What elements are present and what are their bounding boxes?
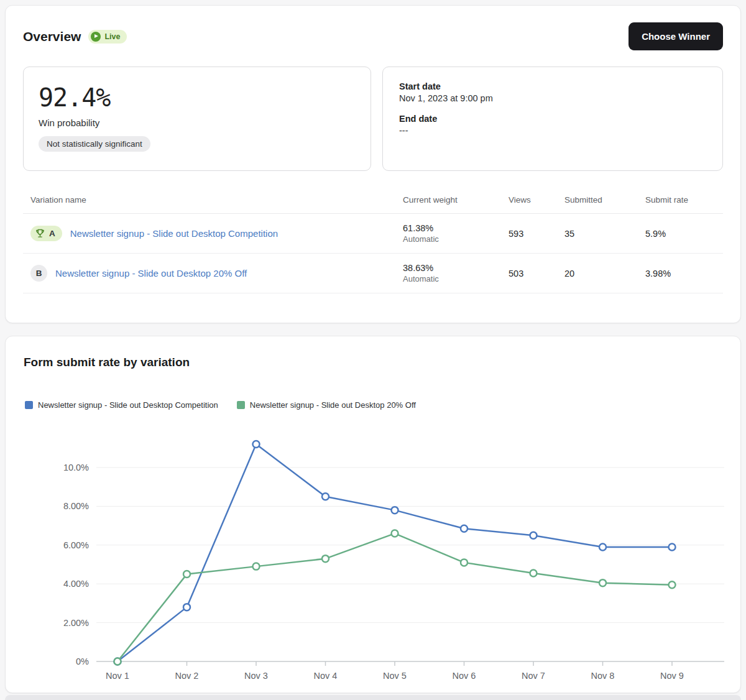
header-submitted: Submitted [564,195,645,205]
legend-item-variation-a: Newsletter signup - Slide out Desktop Co… [25,400,218,410]
legend-label: Newsletter signup - Slide out Desktop Co… [38,400,218,410]
variation-a-link[interactable]: Newsletter signup - Slide out Desktop Co… [70,228,278,239]
header-current-weight: Current weight [403,195,509,205]
svg-text:Nov 9: Nov 9 [660,671,684,681]
submitted-value: 20 [564,269,645,279]
weight-mode: Automatic [403,274,509,283]
chart-legend: Newsletter signup - Slide out Desktop Co… [25,400,740,410]
start-date-value: Nov 1, 2023 at 9:00 pm [399,93,706,103]
weight-value: 38.63% [403,263,509,273]
svg-text:Nov 1: Nov 1 [106,671,129,681]
svg-text:0%: 0% [76,656,89,666]
header-submit-rate: Submit rate [645,195,723,205]
win-probability-label: Win probability [39,117,356,128]
chart-card: Form submit rate by variation Newsletter… [5,336,741,693]
table-row-variation-a: A Newsletter signup - Slide out Desktop … [23,214,723,254]
views-value: 593 [509,229,564,239]
svg-text:Nov 5: Nov 5 [383,671,407,681]
table-header-row: Variation name Current weight Views Subm… [23,187,723,214]
start-date-label: Start date [399,81,706,91]
svg-text:4.00%: 4.00% [63,579,89,589]
submitted-value: 35 [564,229,645,239]
overview-card: Overview Live Choose Winner 92.4% Win pr… [5,5,741,323]
variation-letter: A [49,229,55,238]
header-views: Views [509,195,564,205]
end-date-label: End date [399,114,706,124]
legend-item-variation-b: Newsletter signup - Slide out Desktop 20… [237,400,416,410]
overview-header: Overview Live Choose Winner [6,6,740,50]
legend-label: Newsletter signup - Slide out Desktop 20… [250,400,416,410]
dates-card: Start date Nov 1, 2023 at 9:00 pm End da… [382,67,723,171]
variation-table: Variation name Current weight Views Subm… [23,187,723,293]
variation-b-link[interactable]: Newsletter signup - Slide out Desktop 20… [55,268,247,279]
svg-text:Nov 7: Nov 7 [522,671,545,681]
legend-swatch-blue [25,401,33,409]
trophy-icon [35,228,45,239]
svg-text:6.00%: 6.00% [63,540,89,550]
svg-text:10.0%: 10.0% [63,463,89,472]
live-play-icon [91,32,101,42]
svg-text:Nov 8: Nov 8 [591,671,615,681]
header-variation-name: Variation name [23,195,403,205]
win-probability-value: 92.4% [39,83,356,112]
submit-rate-value: 5.9% [645,229,723,239]
variation-b-badge: B [30,265,47,282]
svg-text:Nov 4: Nov 4 [314,671,338,681]
svg-text:Nov 2: Nov 2 [175,671,199,681]
svg-text:2.00%: 2.00% [63,618,89,628]
stat-cards-row: 92.4% Win probability Not statistically … [23,67,723,171]
live-badge-label: Live [104,32,120,41]
submit-rate-line-chart: 0%2.00%4.00%6.00%8.00%10.0%Nov 1Nov 2Nov… [23,430,724,694]
overview-title: Overview [23,29,81,44]
submit-rate-value: 3.98% [645,269,723,279]
views-value: 503 [509,269,564,279]
table-row-variation-b: B Newsletter signup - Slide out Desktop … [23,254,723,293]
legend-swatch-green [237,401,245,409]
weight-value: 61.38% [403,223,509,233]
win-probability-card: 92.4% Win probability Not statistically … [23,67,371,171]
chart-title: Form submit rate by variation [6,336,740,369]
end-date-value: --- [399,126,706,136]
svg-text:Nov 3: Nov 3 [244,671,268,681]
weight-mode: Automatic [403,234,509,244]
live-status-badge: Live [88,30,127,44]
choose-winner-button[interactable]: Choose Winner [629,22,723,50]
svg-text:8.00%: 8.00% [63,501,89,511]
winner-badge-a: A [30,226,62,241]
svg-text:Nov 6: Nov 6 [453,671,476,681]
next-section-edge [5,695,741,700]
significance-badge: Not statistically significant [39,136,150,152]
